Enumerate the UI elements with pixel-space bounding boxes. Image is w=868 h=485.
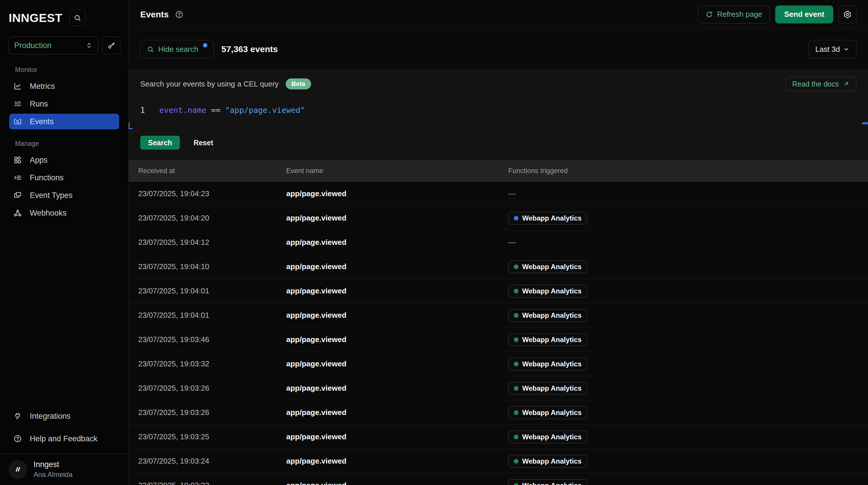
function-name: Webapp Analytics	[522, 336, 582, 344]
sidebar-item-label: Help and Feedback	[30, 434, 97, 443]
sidebar-item-label: Apps	[30, 156, 48, 165]
help-circle-icon[interactable]	[175, 10, 184, 19]
sidebar-item-metrics[interactable]: Metrics	[9, 79, 119, 94]
sidebar-item-event-types[interactable]: Event Types	[9, 188, 119, 203]
function-name: Webapp Analytics	[522, 433, 582, 441]
table-row[interactable]: 23/07/2025, 19:04:12app/page.viewed—	[129, 230, 868, 255]
functions-triggered-cell: Webapp Analytics	[508, 260, 868, 273]
sidebar-item-webhooks[interactable]: Webhooks	[9, 205, 119, 221]
function-badge[interactable]: Webapp Analytics	[508, 358, 587, 370]
table-row[interactable]: 23/07/2025, 19:03:32app/page.viewedWebap…	[129, 352, 868, 376]
functions-triggered-cell: Webapp Analytics	[508, 382, 868, 395]
sidebar-item-label: Metrics	[30, 82, 55, 91]
function-badge[interactable]: Webapp Analytics	[508, 382, 587, 395]
webhooks-icon	[13, 208, 22, 218]
hide-search-button[interactable]: Hide search	[140, 40, 214, 58]
function-badge[interactable]: Webapp Analytics	[508, 285, 587, 297]
table-row[interactable]: 23/07/2025, 19:04:10app/page.viewedWebap…	[129, 255, 868, 279]
function-status-dot-completed	[514, 362, 519, 366]
table-row[interactable]: 23/07/2025, 19:04:23app/page.viewed—	[129, 182, 868, 206]
gear-icon	[843, 10, 852, 19]
read-docs-label: Read the docs	[792, 80, 839, 88]
search-icon	[147, 46, 154, 53]
sidebar: INNGEST Production MonitorMetricsRunsEve…	[0, 0, 129, 485]
panel-title-row: Search your events by using a CEL query …	[140, 77, 857, 91]
function-badge[interactable]: Webapp Analytics	[508, 479, 587, 485]
function-badge[interactable]: Webapp Analytics	[508, 309, 587, 322]
function-name: Webapp Analytics	[522, 287, 582, 295]
table-row[interactable]: 23/07/2025, 19:03:26app/page.viewedWebap…	[129, 376, 868, 400]
sidebar-search-button[interactable]	[69, 10, 86, 26]
time-range-selector[interactable]: Last 3d	[809, 40, 857, 58]
function-name: Webapp Analytics	[522, 482, 582, 485]
notification-dot	[203, 43, 207, 48]
table-row[interactable]: 23/07/2025, 19:03:23app/page.viewedWebap…	[129, 474, 868, 485]
sidebar-item-functions[interactable]: Functions	[9, 170, 119, 186]
sidebar-item-integrations[interactable]: Integrations	[9, 408, 119, 424]
cel-search-panel: Search your events by using a CEL query …	[129, 69, 868, 160]
panel-actions: Search Reset	[140, 136, 857, 150]
chevron-down-icon	[843, 46, 850, 53]
nav-section-label: Monitor	[15, 66, 128, 74]
nav-section-monitor: MonitorMetricsRunsEvents	[0, 66, 128, 130]
refresh-page-button[interactable]: Refresh page	[698, 5, 770, 23]
read-the-docs-button[interactable]: Read the docs	[785, 77, 857, 91]
event-name-cell: app/page.viewed	[286, 262, 508, 271]
search-button[interactable]: Search	[140, 136, 180, 150]
no-function-dash: —	[508, 238, 516, 247]
function-badge[interactable]: Webapp Analytics	[508, 455, 587, 468]
no-function-dash: —	[508, 189, 516, 198]
sidebar-item-help-and-feedback[interactable]: Help and Feedback	[9, 431, 119, 447]
received-at-cell: 23/07/2025, 19:04:23	[138, 189, 286, 198]
event-name-cell: app/page.viewed	[286, 335, 508, 344]
search-label: Search	[148, 139, 172, 147]
code-token-string: "app/page.viewed"	[225, 106, 305, 115]
received-at-cell: 23/07/2025, 19:03:32	[138, 360, 286, 368]
function-badge[interactable]: Webapp Analytics	[508, 212, 587, 225]
function-badge[interactable]: Webapp Analytics	[508, 333, 587, 346]
inngest-logo: INNGEST	[9, 11, 62, 25]
reset-button[interactable]: Reset	[188, 136, 219, 150]
table-row[interactable]: 23/07/2025, 19:04:20app/page.viewedWebap…	[129, 206, 868, 230]
cel-query-code[interactable]: event.name == "app/page.viewed"	[159, 106, 305, 131]
profile-menu[interactable]: Inngest Ana Almeida	[0, 454, 128, 485]
cel-query-editor[interactable]: 1 event.name == "app/page.viewed"	[140, 98, 857, 131]
table-row[interactable]: 23/07/2025, 19:03:24app/page.viewedWebap…	[129, 449, 868, 474]
table-row[interactable]: 23/07/2025, 19:04:01app/page.viewedWebap…	[129, 303, 868, 327]
beta-badge: Beta	[286, 79, 311, 89]
environment-selector[interactable]: Production	[9, 36, 98, 54]
table-row[interactable]: 23/07/2025, 19:03:46app/page.viewedWebap…	[129, 327, 868, 352]
function-status-dot-completed	[514, 289, 519, 293]
avatar	[9, 460, 27, 479]
settings-button[interactable]	[838, 5, 857, 23]
refresh-page-label: Refresh page	[717, 10, 762, 19]
sidebar-item-label: Webhooks	[30, 209, 66, 218]
function-badge[interactable]: Webapp Analytics	[508, 406, 587, 419]
events-icon	[13, 117, 22, 126]
function-name: Webapp Analytics	[522, 214, 582, 222]
functions-triggered-cell: Webapp Analytics	[508, 309, 868, 322]
received-at-cell: 23/07/2025, 19:04:01	[138, 311, 286, 320]
runs-icon	[13, 99, 22, 109]
function-status-dot-completed	[514, 459, 519, 464]
hide-search-label: Hide search	[158, 45, 198, 54]
code-token-ident: event	[159, 106, 183, 115]
event-keys-button[interactable]	[102, 36, 120, 54]
table-row[interactable]: 23/07/2025, 19:03:26app/page.viewedWebap…	[129, 400, 868, 425]
sidebar-item-apps[interactable]: Apps	[9, 152, 119, 168]
function-status-dot-completed	[514, 410, 519, 415]
sidebar-item-label: Functions	[30, 173, 64, 182]
sidebar-item-events[interactable]: Events	[9, 114, 119, 130]
events-toolbar: Hide search 57,363 events Last 3d	[129, 29, 868, 69]
function-status-dot-completed	[514, 386, 519, 391]
function-badge[interactable]: Webapp Analytics	[508, 260, 587, 273]
function-badge[interactable]: Webapp Analytics	[508, 431, 587, 443]
sidebar-item-runs[interactable]: Runs	[9, 96, 119, 112]
reset-label: Reset	[193, 139, 213, 147]
function-name: Webapp Analytics	[522, 457, 582, 465]
table-row[interactable]: 23/07/2025, 19:03:25app/page.viewedWebap…	[129, 425, 868, 449]
send-event-button[interactable]: Send event	[775, 5, 833, 23]
table-row[interactable]: 23/07/2025, 19:04:01app/page.viewedWebap…	[129, 279, 868, 303]
sidebar-nav: MonitorMetricsRunsEventsManageAppsFuncti…	[0, 66, 128, 221]
event-name-cell: app/page.viewed	[286, 360, 508, 368]
